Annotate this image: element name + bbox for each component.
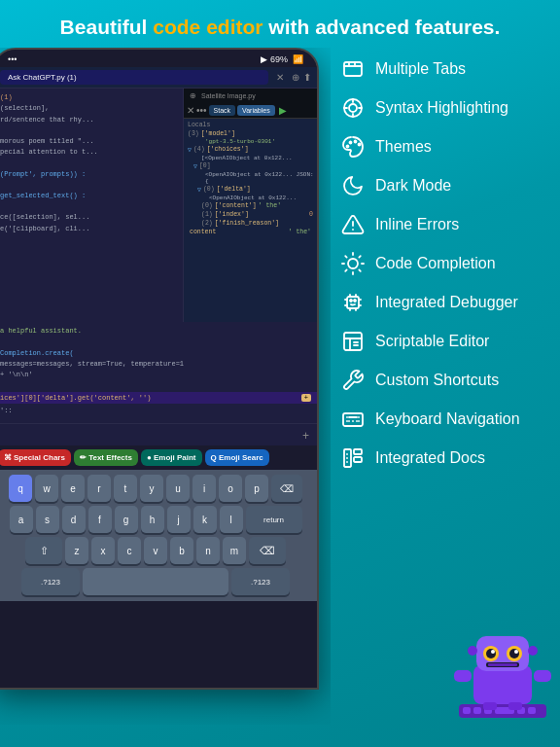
svg-rect-26 bbox=[354, 449, 362, 454]
key-h[interactable]: h bbox=[141, 506, 164, 533]
key-z[interactable]: z bbox=[65, 537, 88, 564]
key-j[interactable]: j bbox=[167, 506, 191, 533]
main-content: ••• ▶ 69% 📶 Ask ChatGPT.py (1) ✕ ⊕ ⬆ bbox=[0, 48, 560, 725]
add-line-btn[interactable]: + bbox=[0, 423, 317, 445]
key-v[interactable]: v bbox=[144, 537, 167, 564]
key-w[interactable]: w bbox=[35, 475, 58, 502]
text-effects-btn[interactable]: ✏ Text Effects bbox=[74, 449, 138, 466]
bottom-code[interactable]: a helpful assistant. Completion.create( … bbox=[0, 322, 317, 392]
dots-icon[interactable]: ••• bbox=[196, 105, 207, 116]
key-backspace[interactable]: ⌫ bbox=[271, 475, 302, 502]
key-a[interactable]: a bbox=[10, 506, 33, 533]
key-c[interactable]: c bbox=[118, 537, 141, 564]
key-n[interactable]: n bbox=[196, 537, 220, 564]
key-y[interactable]: y bbox=[140, 475, 163, 502]
key-x[interactable]: x bbox=[91, 537, 115, 564]
var-item: (1)['index']0 bbox=[186, 210, 315, 219]
svg-point-38 bbox=[514, 650, 518, 654]
feature-integrated-debugger[interactable]: Integrated Debugger bbox=[331, 283, 560, 322]
key-k[interactable]: k bbox=[193, 506, 217, 533]
feature-multiple-tabs[interactable]: Multiple Tabs bbox=[331, 50, 560, 89]
play-btn[interactable]: ▶ bbox=[279, 105, 287, 116]
key-d[interactable]: d bbox=[62, 506, 86, 533]
svg-point-4 bbox=[350, 142, 352, 144]
key-space[interactable] bbox=[83, 568, 228, 595]
status-dots: ••• bbox=[8, 54, 17, 64]
features-panel: Multiple Tabs Syntax Highlighting bbox=[331, 48, 560, 725]
key-num2[interactable]: .?123 bbox=[231, 568, 290, 595]
debug-expand-icon[interactable]: ⊕ bbox=[187, 90, 199, 101]
feature-inline-errors[interactable]: Inline Errors bbox=[331, 205, 560, 244]
code-completion-icon bbox=[340, 251, 366, 276]
editor-split: (1) (selection], rd/sentence that rhy...… bbox=[0, 89, 317, 322]
key-return[interactable]: return bbox=[246, 506, 302, 533]
code-line: pecial attention to t... bbox=[0, 147, 177, 158]
var-item: ▽(4)['choices'] bbox=[186, 145, 315, 155]
tab-share-btn[interactable]: ⬆ bbox=[303, 72, 311, 83]
var-val: <OpenAIObject at 0x122... JSON: { bbox=[186, 171, 315, 185]
code-bottom2[interactable]: ':: bbox=[0, 404, 317, 423]
key-q[interactable]: q bbox=[9, 475, 32, 502]
key-g[interactable]: g bbox=[115, 506, 138, 533]
svg-point-37 bbox=[491, 650, 495, 654]
code-line: (selection], bbox=[0, 103, 177, 114]
tab-main[interactable]: Ask ChatGPT.py (1) bbox=[0, 70, 268, 85]
variables-list: Locals (3)['model'] 'gpt-3.5-turbo-0301'… bbox=[184, 119, 317, 322]
var-val: <OpenAIObject at 0x122... bbox=[186, 195, 315, 201]
keyboard: q w e r t y u i o p ⌫ a s d f bbox=[0, 470, 317, 601]
feature-code-completion[interactable]: Code Completion bbox=[331, 244, 560, 283]
key-s[interactable]: s bbox=[36, 506, 59, 533]
inline-errors-label: Inline Errors bbox=[375, 216, 459, 233]
var-item: ▽(0)['delta'] bbox=[186, 185, 315, 195]
close-icon[interactable]: ✕ bbox=[187, 105, 194, 116]
code-line: ce([selection], sel... bbox=[0, 212, 177, 223]
key-t[interactable]: t bbox=[114, 475, 137, 502]
emoji-search-btn[interactable]: Q Emoji Searc bbox=[205, 449, 269, 466]
code-line bbox=[0, 158, 177, 168]
editor-main[interactable]: (1) (selection], rd/sentence that rhy...… bbox=[0, 89, 183, 322]
syntax-highlighting-icon bbox=[340, 95, 366, 121]
tab-bookmark-btn[interactable]: ⊕ bbox=[292, 72, 299, 83]
keyboard-row-3: ⇧ z x c v b n m ⌫ bbox=[0, 537, 313, 564]
code-line: ':: bbox=[0, 407, 311, 414]
stack-tab[interactable]: Stack bbox=[209, 105, 236, 116]
key-i[interactable]: i bbox=[192, 475, 216, 502]
feature-syntax-highlighting[interactable]: Syntax Highlighting bbox=[331, 89, 560, 127]
feature-keyboard-navigation[interactable]: Keyboard Navigation bbox=[331, 400, 560, 439]
key-o[interactable]: o bbox=[219, 475, 242, 502]
code-line bbox=[0, 125, 177, 136]
key-u[interactable]: u bbox=[166, 475, 190, 502]
key-m[interactable]: m bbox=[223, 537, 246, 564]
feature-integrated-docs[interactable]: Integrated Docs bbox=[331, 439, 560, 478]
svg-point-6 bbox=[359, 144, 361, 146]
keyboard-navigation-label: Keyboard Navigation bbox=[375, 410, 520, 428]
code-line: morous poem titled "... bbox=[0, 136, 177, 147]
key-f[interactable]: f bbox=[88, 506, 112, 533]
debug-panel: ⊕ Satellite Image.py ✕ ••• Stack Variabl… bbox=[183, 89, 317, 322]
key-r[interactable]: r bbox=[88, 475, 111, 502]
feature-scriptable-editor[interactable]: Scriptable Editor bbox=[331, 322, 560, 361]
key-num1[interactable]: .?123 bbox=[21, 568, 80, 595]
key-l[interactable]: l bbox=[220, 506, 243, 533]
key-b[interactable]: b bbox=[170, 537, 193, 564]
themes-label: Themes bbox=[375, 138, 432, 156]
svg-point-2 bbox=[349, 104, 357, 112]
tab-close-btn[interactable]: ✕ bbox=[272, 70, 288, 85]
emoji-paint-btn[interactable]: ● Emoji Paint bbox=[141, 449, 202, 466]
feature-themes[interactable]: Themes bbox=[331, 127, 560, 166]
key-e[interactable]: e bbox=[61, 475, 85, 502]
special-chars-btn[interactable]: ⌘Special Chars bbox=[0, 449, 71, 466]
key-backspace2[interactable]: ⌫ bbox=[249, 537, 286, 564]
svg-point-3 bbox=[347, 146, 349, 148]
variables-tab[interactable]: Variables bbox=[237, 105, 275, 116]
key-p[interactable]: p bbox=[245, 475, 268, 502]
phone-mockup-container: ••• ▶ 69% 📶 Ask ChatGPT.py (1) ✕ ⊕ ⬆ bbox=[0, 48, 331, 725]
satellite-tab[interactable]: Satellite Image.py bbox=[201, 92, 256, 99]
integrated-docs-label: Integrated Docs bbox=[375, 449, 485, 467]
svg-rect-40 bbox=[488, 663, 517, 666]
feature-dark-mode[interactable]: Dark Mode bbox=[331, 166, 560, 205]
feature-custom-shortcuts[interactable]: Custom Shortcuts bbox=[331, 361, 560, 400]
code-completion-label: Code Completion bbox=[375, 255, 496, 272]
key-shift[interactable]: ⇧ bbox=[25, 537, 62, 564]
var-val: [<OpenAIObject at 0x122... bbox=[186, 155, 315, 161]
